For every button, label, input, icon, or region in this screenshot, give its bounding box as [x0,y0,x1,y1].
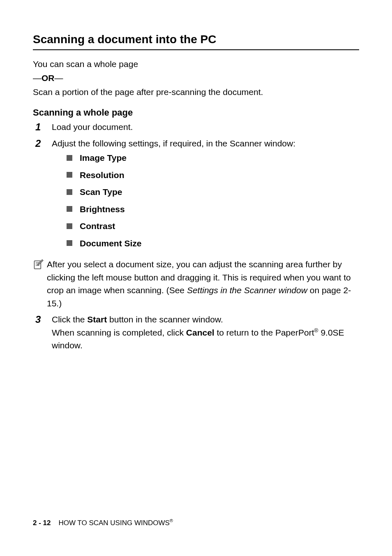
bullet-item: Image Type [67,151,359,164]
bullet-item: Contrast [67,220,359,233]
bullet-label: Brightness [80,203,125,216]
or-dash-before: — [33,73,42,83]
footer-registered: ® [170,518,173,523]
page-footer: 2 - 12 HOW TO SCAN USING WINDOWS® [33,518,173,527]
step-list-continued: 3 Click the Start button in the scanner … [35,313,359,352]
step-item-2: 2 Adjust the following settings, if requ… [35,137,359,254]
note-link[interactable]: Settings in the Scanner window [187,285,307,295]
step-text: Load your document. [52,120,359,134]
step-number: 3 [35,313,48,326]
note-icon [33,259,44,270]
step-item-3: 3 Click the Start button in the scanner … [35,313,359,352]
step3-d: to return to the PaperPort [214,328,314,337]
intro-line2: Scan a portion of the page after pre-sca… [33,86,359,99]
step-list: 1 Load your document. 2 Adjust the follo… [35,120,359,254]
step-text: Click the Start button in the scanner wi… [52,313,359,352]
intro-line1: You can scan a whole page [33,58,359,71]
bullet-label: Image Type [80,151,127,164]
footer-page-number: 2 - 12 [33,519,51,527]
bullet-label: Resolution [80,169,125,182]
bullet-item: Brightness [67,203,359,216]
bullet-label: Contrast [80,220,115,233]
square-bullet-icon [67,223,72,229]
note-block: After you select a document size, you ca… [33,258,359,310]
bullet-list: Image Type Resolution Scan Type Brightne… [67,151,359,250]
start-label: Start [87,315,107,324]
step3-a: Click the [52,315,87,324]
square-bullet-icon [67,172,72,178]
square-bullet-icon [67,206,72,212]
bullet-item: Resolution [67,169,359,182]
square-bullet-icon [67,240,72,246]
bullet-label: Scan Type [80,185,122,199]
note-text: After you select a document size, you ca… [47,258,359,310]
step-number: 2 [35,137,48,150]
footer-chapter-text: HOW TO SCAN USING WINDOWS [58,519,169,527]
or-line: —OR— [33,73,359,83]
or-text: OR [42,73,55,83]
or-dash-after: — [55,73,63,83]
bullet-item: Document Size [67,237,359,250]
square-bullet-icon [67,155,72,161]
registered-mark: ® [314,327,318,334]
bullet-label: Document Size [80,237,142,250]
step3-b: button in the scanner window. [107,315,223,324]
sub-heading: Scanning a whole page [33,107,359,118]
cancel-label: Cancel [186,328,214,337]
step-item-1: 1 Load your document. [35,120,359,134]
step-number: 1 [35,120,48,133]
footer-chapter: HOW TO SCAN USING WINDOWS [53,519,170,527]
step2-intro: Adjust the following settings, if requir… [52,139,295,148]
step3-c: When scanning is completed, click [52,328,186,337]
bullet-item: Scan Type [67,185,359,199]
square-bullet-icon [67,189,72,195]
section-heading: Scanning a document into the PC [33,33,359,50]
step-text: Adjust the following settings, if requir… [52,137,359,254]
